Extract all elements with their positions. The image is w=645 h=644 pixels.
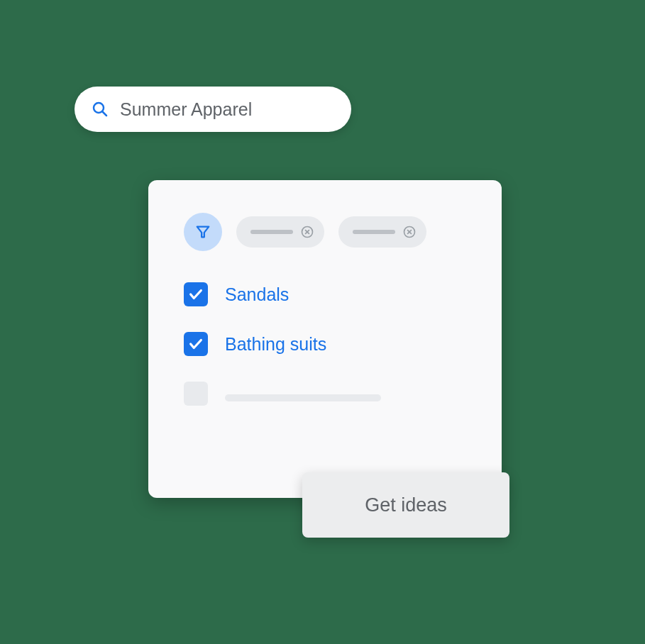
filter-button[interactable] (184, 213, 222, 251)
check-icon (188, 336, 204, 352)
option-label: Sandals (225, 284, 289, 305)
search-bar[interactable]: Summer Apparel (75, 87, 351, 132)
filter-icon (195, 224, 211, 240)
filter-chip[interactable] (236, 216, 324, 248)
option-label: Bathing suits (225, 334, 326, 355)
check-icon (188, 287, 204, 302)
get-ideas-button[interactable]: Get ideas (302, 472, 509, 538)
search-icon (92, 101, 109, 118)
close-icon[interactable] (402, 225, 417, 239)
checkbox-unchecked[interactable] (184, 382, 208, 406)
placeholder-line (225, 394, 381, 401)
option-row-placeholder (184, 382, 466, 406)
filter-row (184, 213, 466, 251)
search-input-text: Summer Apparel (120, 99, 252, 120)
chip-placeholder-line (250, 230, 293, 234)
checkbox[interactable] (184, 332, 208, 356)
filter-chip[interactable] (338, 216, 426, 248)
checkbox[interactable] (184, 282, 208, 306)
svg-line-1 (103, 112, 107, 116)
keyword-panel: Sandals Bathing suits (148, 180, 502, 498)
get-ideas-label: Get ideas (365, 494, 447, 516)
option-row-sandals[interactable]: Sandals (184, 282, 466, 306)
chip-placeholder-line (353, 230, 395, 234)
option-row-bathing-suits[interactable]: Bathing suits (184, 332, 466, 356)
close-icon[interactable] (300, 225, 314, 239)
